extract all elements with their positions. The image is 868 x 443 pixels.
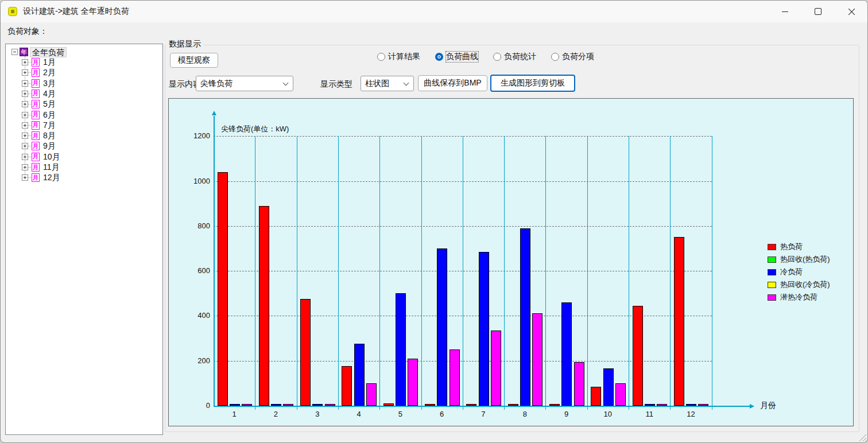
chevron-down-icon	[404, 80, 409, 86]
tree-connector-stub	[28, 125, 31, 126]
tree-expand-toggle[interactable]	[22, 154, 28, 160]
month-icon: 月	[32, 142, 40, 150]
tree-connector-stub	[28, 104, 31, 104]
tree-expand-toggle[interactable]	[22, 174, 28, 181]
x-axis-title: 月份	[760, 401, 776, 411]
tree-expand-toggle[interactable]	[22, 59, 28, 65]
load-object-label: 负荷对象：	[7, 26, 48, 37]
tree-expand-toggle[interactable]	[22, 101, 28, 107]
bar-冷负荷	[603, 368, 614, 406]
type-label: 显示类型	[320, 79, 352, 90]
bar-潜热冷负荷	[283, 404, 293, 406]
tree-connector-stub	[28, 177, 31, 178]
legend-label: 热回收(热负荷)	[780, 254, 830, 265]
radio-label: 计算结果	[388, 52, 420, 62]
bar-潜热冷负荷	[615, 383, 626, 406]
tree-connector-stub	[28, 62, 31, 63]
radio-load-stats[interactable]: 负荷统计	[493, 52, 536, 62]
tree-connector-stub	[28, 135, 31, 136]
type-combobox[interactable]: 柱状图	[361, 76, 414, 91]
tree-expand-toggle[interactable]	[22, 122, 28, 129]
bar-潜热冷负荷	[491, 331, 501, 406]
bar-冷负荷	[479, 252, 489, 406]
x-axis-tick-label: 3	[297, 410, 338, 418]
tree-expand-toggle[interactable]	[22, 91, 28, 97]
radio-circle-icon	[551, 53, 559, 61]
display-mode-radios: 计算结果负荷曲线负荷统计负荷分项	[377, 51, 594, 63]
radio-calc-result[interactable]: 计算结果	[377, 52, 420, 62]
tree-collapse-toggle[interactable]	[11, 49, 18, 55]
month-separator-line	[629, 136, 629, 410]
bar-潜热冷负荷	[242, 404, 252, 406]
bar-潜热冷负荷	[325, 404, 335, 406]
type-combobox-value: 柱状图	[365, 79, 389, 89]
y-axis-tick-label: 1000	[180, 177, 210, 185]
plus-icon	[25, 176, 25, 179]
legend-row: 热回收(冷负荷)	[768, 278, 830, 291]
chart-area: 200400600800100012000尖锋负荷(单位：kW)月份123456…	[168, 98, 854, 426]
content-combobox[interactable]: 尖锋负荷	[196, 76, 293, 91]
tree-item-label: 10月	[41, 152, 62, 161]
chart-legend: 热负荷热回收(热负荷)冷负荷热回收(冷负荷)潜热冷负荷	[768, 240, 830, 304]
legend-swatch	[768, 269, 776, 275]
tree-connector-stub	[28, 167, 31, 168]
tree-connector-stub	[28, 94, 31, 94]
bar-热负荷	[591, 387, 601, 406]
minimize-button[interactable]	[772, 1, 798, 22]
chevron-down-icon	[283, 80, 289, 86]
tree-expand-toggle[interactable]	[22, 69, 28, 76]
bar-冷负荷	[354, 344, 365, 406]
bar-热负荷	[259, 206, 269, 406]
bar-冷负荷	[230, 404, 240, 406]
x-axis-arrow-icon	[750, 404, 754, 409]
bar-冷负荷	[645, 404, 655, 406]
bar-热负荷	[466, 404, 476, 406]
legend-row: 潜热冷负荷	[768, 291, 830, 304]
legend-row: 冷负荷	[768, 266, 830, 278]
bar-热负荷	[218, 172, 228, 406]
plus-icon	[25, 114, 25, 116]
tree-expand-toggle[interactable]	[22, 143, 28, 149]
radio-load-breakdown[interactable]: 负荷分项	[551, 52, 594, 62]
x-axis-tick-label: 4	[338, 410, 379, 418]
close-button[interactable]	[838, 1, 865, 22]
tree-expand-toggle[interactable]	[22, 112, 28, 118]
tree-expand-toggle[interactable]	[22, 164, 28, 170]
y-axis-line	[214, 116, 215, 406]
tree-expand-toggle[interactable]	[22, 80, 28, 87]
bar-潜热冷负荷	[574, 362, 584, 406]
tree-connector-stub	[28, 115, 31, 115]
copy-to-clipboard-button[interactable]: 生成图形到剪切板	[490, 75, 575, 92]
bar-热负荷	[674, 237, 684, 406]
month-separator-line	[504, 136, 505, 410]
maximize-button[interactable]	[805, 1, 831, 22]
model-view-button[interactable]: 模型观察	[170, 53, 218, 68]
month-separator-line	[545, 136, 546, 410]
y-axis-tick-label: 600	[180, 266, 210, 275]
y-axis-tick-label: 800	[180, 222, 210, 230]
month-icon: 月	[32, 131, 40, 140]
x-axis-tick-label: 8	[504, 410, 545, 418]
month-icon: 月	[32, 121, 40, 130]
x-axis-tick-label: 6	[421, 410, 463, 418]
tree-item-label: 7月	[41, 121, 57, 130]
tree-connector-stub	[28, 83, 31, 84]
x-axis-tick-label: 7	[463, 410, 504, 418]
legend-swatch	[768, 257, 776, 263]
content-combobox-value: 尖锋负荷	[200, 79, 232, 89]
load-tree-panel[interactable]: 年全年负荷月1月月2月月3月月4月月5月月6月月7月月8月月9月月10月月11月…	[5, 44, 163, 435]
close-icon	[848, 8, 855, 15]
radio-label: 负荷统计	[504, 52, 536, 62]
bar-潜热冷负荷	[450, 349, 460, 406]
tree-expand-toggle[interactable]	[22, 133, 28, 139]
radio-load-curve[interactable]: 负荷曲线	[435, 52, 478, 62]
tree-item-label: 12月	[41, 173, 62, 182]
resize-grip[interactable]	[858, 433, 866, 441]
plus-icon	[25, 71, 25, 74]
month-separator-line	[338, 136, 339, 410]
bar-冷负荷	[312, 404, 323, 406]
save-bmp-button[interactable]: 曲线保存到BMP	[418, 75, 487, 91]
radio-label: 负荷分项	[562, 52, 594, 62]
legend-row: 热负荷	[768, 240, 830, 253]
legend-swatch	[768, 294, 776, 301]
